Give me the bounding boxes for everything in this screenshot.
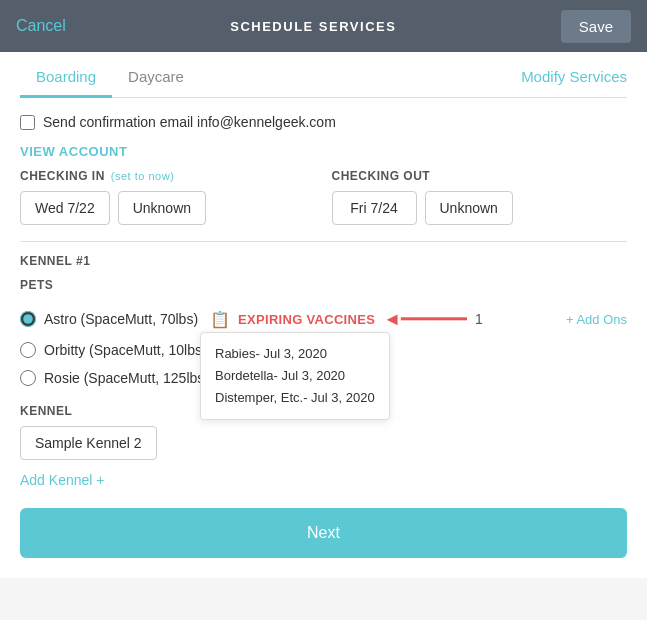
tooltip-line3: Distemper, Etc.- Jul 3, 2020 <box>215 387 375 409</box>
checkout-time-button[interactable]: Unknown <box>425 191 513 225</box>
email-confirm-label: Send confirmation email info@kennelgeek.… <box>43 114 336 130</box>
pet-radio-orbitty[interactable] <box>20 342 36 358</box>
email-confirm-checkbox[interactable] <box>20 115 35 130</box>
cancel-button[interactable]: Cancel <box>16 17 66 35</box>
tab-daycare[interactable]: Daycare <box>112 56 200 98</box>
badge-count: 1 <box>475 311 483 327</box>
expiring-vaccines-label[interactable]: EXPIRING VACCINES <box>238 312 375 327</box>
vaccine-tooltip: Rabies- Jul 3, 2020 Bordetella- Jul 3, 2… <box>200 332 390 420</box>
checkin-time-button[interactable]: Unknown <box>118 191 206 225</box>
save-button[interactable]: Save <box>561 10 631 43</box>
arrow-icon: ◄━━━━━━ <box>383 308 467 330</box>
view-account-link[interactable]: VIEW ACCOUNT <box>20 138 627 169</box>
checkout-group: CHECKING OUT Fri 7/24 Unknown <box>332 169 628 225</box>
clipboard-icon[interactable]: 📋 <box>210 310 230 329</box>
pet-radio-astro[interactable] <box>20 311 36 327</box>
pet-name-orbitty: Orbitty (SpaceMutt, 10lbs) <box>44 342 207 358</box>
kennel-title: KENNEL #1 <box>20 254 627 268</box>
add-kennel-link[interactable]: Add Kennel + <box>20 460 627 496</box>
pet-radio-rosie[interactable] <box>20 370 36 386</box>
checkin-date-group: Wed 7/22 Unknown <box>20 191 316 225</box>
checkin-date-button[interactable]: Wed 7/22 <box>20 191 110 225</box>
pet-name-astro: Astro (SpaceMutt, 70lbs) <box>44 311 198 327</box>
checkout-date-button[interactable]: Fri 7/24 <box>332 191 417 225</box>
checkin-label: CHECKING IN (set to now) <box>20 169 316 183</box>
set-to-now-link[interactable]: (set to now) <box>111 170 174 182</box>
email-confirm-row: Send confirmation email info@kennelgeek.… <box>20 98 627 138</box>
kennel-select-button[interactable]: Sample Kennel 2 <box>20 426 157 460</box>
next-button[interactable]: Next <box>20 508 627 558</box>
tooltip-line2: Bordetella- Jul 3, 2020 <box>215 365 375 387</box>
checkout-date-group: Fri 7/24 Unknown <box>332 191 628 225</box>
checkout-label: CHECKING OUT <box>332 169 628 183</box>
tooltip-line1: Rabies- Jul 3, 2020 <box>215 343 375 365</box>
modify-services-link[interactable]: Modify Services <box>521 68 627 85</box>
page-title: SCHEDULE SERVICES <box>230 19 396 34</box>
add-ons-link[interactable]: + Add Ons <box>566 312 627 327</box>
tabs-left: Boarding Daycare <box>20 56 200 97</box>
checkin-checkout-row: CHECKING IN (set to now) Wed 7/22 Unknow… <box>20 169 627 225</box>
checkin-group: CHECKING IN (set to now) Wed 7/22 Unknow… <box>20 169 316 225</box>
tabs-row: Boarding Daycare Modify Services <box>20 52 627 98</box>
pet-name-rosie: Rosie (SpaceMutt, 125lbs) <box>44 370 209 386</box>
header: Cancel SCHEDULE SERVICES Save <box>0 0 647 52</box>
tab-boarding[interactable]: Boarding <box>20 56 112 98</box>
pets-label: PETS <box>20 278 627 292</box>
divider <box>20 241 627 242</box>
pet-row-astro: Astro (SpaceMutt, 70lbs) 📋 EXPIRING VACC… <box>20 302 627 336</box>
main-content: Boarding Daycare Modify Services Send co… <box>0 52 647 578</box>
